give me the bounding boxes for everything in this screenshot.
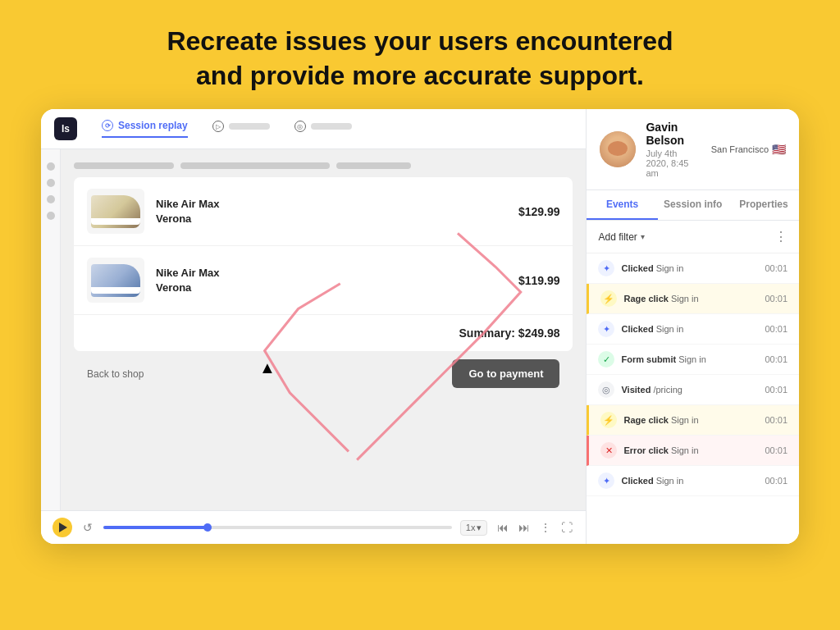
- replay-icon-btn[interactable]: ↺: [80, 520, 95, 535]
- event-text-1: Rage click Sign in: [623, 294, 758, 304]
- add-filter[interactable]: Add filter ▾: [598, 231, 644, 243]
- headline: Recreate issues your users encountered a…: [0, 0, 840, 109]
- dot-1: [47, 162, 55, 171]
- event-text-2: Clicked Sign in: [621, 324, 758, 334]
- event-icon-3: ✓: [598, 351, 614, 368]
- event-time-7: 00:01: [765, 476, 788, 486]
- event-icon-0: ✦: [598, 260, 614, 276]
- event-time-0: 00:01: [765, 263, 788, 273]
- left-panel: Is ⟳ Session replay ▷ ◎: [41, 109, 587, 544]
- actions-row[interactable]: Back to shop Go to payment: [74, 359, 573, 401]
- product-price-2: $119.99: [518, 274, 560, 287]
- event-text-0: Clicked Sign in: [621, 263, 758, 273]
- right-panel: Gavin Belson July 4th 2020, 8:45 am San …: [587, 109, 799, 544]
- tab-2[interactable]: ▷: [212, 121, 270, 137]
- location-text: San Francisco: [711, 144, 769, 154]
- product-image-1: [87, 189, 144, 234]
- event-icon-5: ⚡: [600, 412, 617, 428]
- tab-3[interactable]: ◎: [294, 121, 352, 137]
- user-name: Gavin Belson: [646, 121, 701, 147]
- tab-events[interactable]: Events: [587, 190, 657, 220]
- tab-session-info[interactable]: Session info: [658, 190, 728, 220]
- event-item-3: ✓ Form submit Sign in 00:01: [587, 345, 799, 375]
- product-name-2: Nike Air MaxVerona: [156, 266, 507, 295]
- skip-forward-icon[interactable]: ⏭: [517, 520, 532, 535]
- event-time-1: 00:01: [765, 294, 788, 304]
- progress-bar[interactable]: [103, 526, 452, 529]
- event-icon-2: ✦: [598, 321, 614, 337]
- product-name-1: Nike Air MaxVerona: [156, 197, 507, 226]
- chevron-icon: ▾: [477, 523, 482, 533]
- event-time-5: 00:01: [765, 415, 788, 425]
- speed-selector[interactable]: 1x ▾: [460, 520, 488, 536]
- event-item-2: ✦ Clicked Sign in 00:01: [587, 314, 799, 345]
- dot-3: [47, 195, 55, 203]
- product-item-2: Nike Air MaxVerona $119.99: [74, 246, 573, 315]
- play-button[interactable]: [52, 518, 72, 537]
- progress-fill: [103, 526, 208, 529]
- user-info: Gavin Belson July 4th 2020, 8:45 am: [646, 121, 701, 178]
- bottom-controls: ↺ 1x ▾ ⏮ ⏭ ⋮ ⛶: [41, 510, 586, 544]
- tab2-icon: ▷: [212, 121, 224, 132]
- event-icon-1: ⚡: [600, 290, 617, 307]
- tab-properties[interactable]: Properties: [728, 190, 799, 220]
- product-info-2: Nike Air MaxVerona: [156, 266, 507, 295]
- top-bar: Is ⟳ Session replay ▷ ◎: [41, 109, 586, 149]
- avatar-face: [600, 131, 636, 167]
- event-time-6: 00:01: [765, 445, 788, 455]
- event-text-5: Rage click Sign in: [623, 415, 758, 425]
- user-location: San Francisco 🇺🇸: [711, 143, 786, 156]
- event-time-4: 00:01: [765, 385, 788, 395]
- go-to-payment-button[interactable]: Go to payment: [452, 359, 559, 388]
- play-icon: [59, 523, 67, 532]
- event-icon-4: ◎: [598, 381, 614, 398]
- right-tabs-row: Events Session info Properties: [587, 190, 799, 221]
- event-item-7: ✦ Clicked Sign in 00:01: [587, 466, 799, 496]
- event-item-1: ⚡ Rage click Sign in 00:01: [587, 284, 799, 314]
- event-time-2: 00:01: [765, 324, 788, 334]
- event-icon-6: ✕: [600, 442, 617, 459]
- events-list: ✦ Clicked Sign in 00:01 ⚡ Rage click Sig…: [587, 253, 799, 544]
- product-list: Nike Air MaxVerona $129.99 Nike Air MaxV…: [74, 177, 573, 351]
- settings-icon[interactable]: ⋮: [538, 520, 553, 535]
- event-icon-7: ✦: [598, 472, 614, 489]
- filter-row: Add filter ▾ ⋮: [587, 221, 799, 253]
- sidebar-dots: [41, 149, 61, 510]
- event-item-0: ✦ Clicked Sign in 00:01: [587, 253, 799, 284]
- product-price-1: $129.99: [518, 205, 560, 218]
- replay-viewport: Nike Air MaxVerona $129.99 Nike Air MaxV…: [61, 149, 586, 510]
- back-to-shop[interactable]: Back to shop: [87, 368, 144, 380]
- content-area: Nike Air MaxVerona $129.99 Nike Air MaxV…: [41, 149, 586, 510]
- progress-marker: [203, 523, 212, 532]
- summary-row: Summary: $249.98: [74, 315, 573, 351]
- filter-chevron: ▾: [641, 232, 645, 241]
- avatar: [600, 131, 636, 167]
- flag-icon: 🇺🇸: [772, 143, 786, 156]
- event-item-5: ⚡ Rage click Sign in 00:01: [587, 405, 799, 436]
- product-image-2: [87, 258, 144, 303]
- event-text-7: Clicked Sign in: [621, 476, 758, 486]
- main-card: Is ⟳ Session replay ▷ ◎: [41, 109, 799, 544]
- user-header: Gavin Belson July 4th 2020, 8:45 am San …: [587, 109, 799, 190]
- event-item-4: ◎ Visited /pricing 00:01: [587, 375, 799, 405]
- replay-icon: ⟳: [102, 120, 113, 131]
- event-text-4: Visited /pricing: [621, 385, 758, 395]
- dot-2: [47, 179, 55, 187]
- event-text-3: Form submit Sign in: [621, 354, 758, 364]
- tab-session-replay[interactable]: ⟳ Session replay: [102, 120, 188, 138]
- logo-box: Is: [54, 117, 77, 140]
- product-info-1: Nike Air MaxVerona: [156, 197, 507, 226]
- event-text-6: Error click Sign in: [623, 445, 758, 455]
- user-date: July 4th 2020, 8:45 am: [646, 148, 701, 178]
- fullscreen-icon[interactable]: ⛶: [559, 520, 574, 535]
- tab3-icon: ◎: [294, 121, 306, 132]
- url-bar: [74, 162, 573, 169]
- event-item-6: ✕ Error click Sign in 00:01: [587, 436, 799, 466]
- control-icons: ⏮ ⏭ ⋮ ⛶: [495, 520, 574, 535]
- more-options[interactable]: ⋮: [774, 229, 788, 244]
- dot-4: [47, 212, 55, 220]
- skip-back-icon[interactable]: ⏮: [495, 520, 510, 535]
- event-time-3: 00:01: [765, 354, 788, 364]
- tab3-placeholder: [311, 123, 352, 130]
- product-item-1: Nike Air MaxVerona $129.99: [74, 177, 573, 246]
